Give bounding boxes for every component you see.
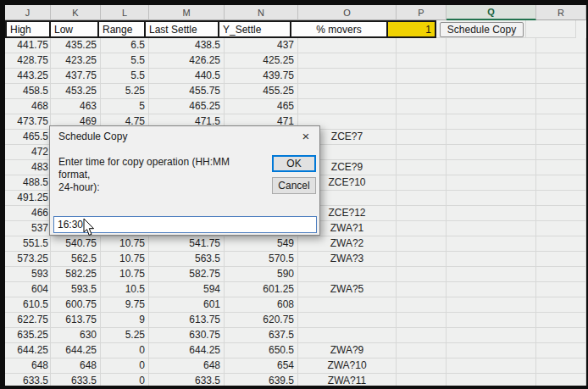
cell-L24[interactable]: 0 [101,374,149,386]
cell-J12[interactable]: 491.25 [5,191,51,206]
cell-Q2[interactable] [447,38,536,53]
cell-R12[interactable] [536,191,586,206]
cell-K6[interactable]: 463 [51,99,101,114]
cell-L6[interactable]: 5 [101,99,149,114]
cell-M21[interactable]: 630.75 [149,328,225,343]
cell-N21[interactable]: 637.5 [225,328,298,343]
cell-N20[interactable]: 620.75 [225,313,298,328]
cell-R20[interactable] [536,313,586,328]
cell-J17[interactable]: 593 [5,267,51,282]
cell-L16[interactable]: 10.75 [101,252,149,267]
header-cell-P1[interactable]: 1 [386,20,436,38]
cell-R15[interactable] [536,236,586,252]
cell-P19[interactable] [397,297,447,313]
cell-L22[interactable]: 0 [101,343,149,358]
cell-R9[interactable] [536,145,586,160]
cell-O17[interactable] [298,267,397,282]
cell-R21[interactable] [536,328,586,343]
cell-R17[interactable] [536,267,586,282]
cell-O16[interactable]: ZWA?3 [298,252,397,267]
cell-O15[interactable]: ZWA?2 [298,236,397,252]
cell-P10[interactable] [397,160,447,175]
column-header-K[interactable]: K [51,5,101,20]
cell-P21[interactable] [397,328,447,343]
cell-R6[interactable] [536,99,586,114]
cell-O4[interactable] [298,69,397,84]
cell-Q18[interactable] [447,282,536,297]
cell-K16[interactable]: 562.5 [51,252,101,267]
column-header-L[interactable]: L [101,5,149,20]
cell-M16[interactable]: 563.5 [149,252,225,267]
cell-N19[interactable]: 608 [225,297,298,313]
cell-M17[interactable]: 582.75 [149,267,225,282]
cell-N16[interactable]: 570.5 [225,252,298,267]
cell-N24[interactable]: 639.5 [225,374,298,386]
cell-O23[interactable]: ZWA?10 [298,358,397,374]
cell-L20[interactable]: 9 [101,313,149,328]
cell-K2[interactable]: 435.25 [51,38,101,53]
cell-J16[interactable]: 573.25 [5,252,51,267]
cell-P9[interactable] [397,145,447,160]
cell-Q4[interactable] [447,69,536,84]
cell-N3[interactable]: 425.25 [225,53,298,69]
cell-M3[interactable]: 426.25 [149,53,225,69]
cell-J19[interactable]: 610.5 [5,297,51,313]
dialog-titlebar[interactable]: Schedule Copy × [50,126,319,145]
cell-O20[interactable] [298,313,397,328]
cell-N17[interactable]: 590 [225,267,298,282]
cell-J13[interactable]: 466 [5,206,51,221]
cell-J6[interactable]: 468 [5,99,51,114]
cell-N4[interactable]: 439.75 [225,69,298,84]
cell-L5[interactable]: 5.25 [101,84,149,99]
cell-Q10[interactable] [447,160,536,175]
cell-N2[interactable]: 437 [225,38,298,53]
column-header-M[interactable]: M [149,5,225,20]
cell-Q13[interactable] [447,206,536,221]
cell-L18[interactable]: 10.5 [101,282,149,297]
cell-R7[interactable] [536,114,586,130]
cell-M24[interactable]: 633.5 [149,374,225,386]
cell-R5[interactable] [536,84,586,99]
cell-Q3[interactable] [447,53,536,69]
cell-O18[interactable]: ZWA?5 [298,282,397,297]
cell-J23[interactable]: 648 [5,358,51,374]
cell-N15[interactable]: 549 [225,236,298,252]
cell-K23[interactable]: 648 [51,358,101,374]
header-cell-O1[interactable]: % movers [290,20,388,38]
cell-J11[interactable]: 488.5 [5,175,51,191]
cell-O22[interactable]: ZWA?9 [298,343,397,358]
cell-J7[interactable]: 473.75 [5,114,51,130]
cell-M19[interactable]: 601 [149,297,225,313]
cell-K20[interactable]: 613.75 [51,313,101,328]
cell-P8[interactable] [397,130,447,145]
cell-O19[interactable] [298,297,397,313]
cell-P22[interactable] [397,343,447,358]
header-cell-R1[interactable] [526,20,576,38]
cell-P14[interactable] [397,221,447,236]
cell-K5[interactable]: 453.25 [51,84,101,99]
cell-K18[interactable]: 593.5 [51,282,101,297]
cell-N5[interactable]: 455.25 [225,84,298,99]
column-header-N[interactable]: N [225,5,298,20]
cell-J14[interactable]: 537 [5,221,51,236]
cell-J9[interactable]: 472 [5,145,51,160]
cell-M20[interactable]: 613.75 [149,313,225,328]
cell-M4[interactable]: 440.5 [149,69,225,84]
cell-Q9[interactable] [447,145,536,160]
cell-P6[interactable] [397,99,447,114]
cell-M23[interactable]: 648 [149,358,225,374]
cell-Q5[interactable] [447,84,536,99]
cell-N23[interactable]: 654 [225,358,298,374]
cell-P20[interactable] [397,313,447,328]
header-cell-L1[interactable]: Range [97,20,146,38]
column-header-Q[interactable]: Q [447,5,536,20]
cell-L15[interactable]: 10.75 [101,236,149,252]
cell-L21[interactable]: 5.25 [101,328,149,343]
cell-M18[interactable]: 594 [149,282,225,297]
cell-R22[interactable] [536,343,586,358]
cell-M15[interactable]: 541.75 [149,236,225,252]
column-header-R[interactable]: R [536,5,586,20]
cell-R11[interactable] [536,175,586,191]
cancel-button[interactable]: Cancel [272,177,316,194]
cell-P11[interactable] [397,175,447,191]
